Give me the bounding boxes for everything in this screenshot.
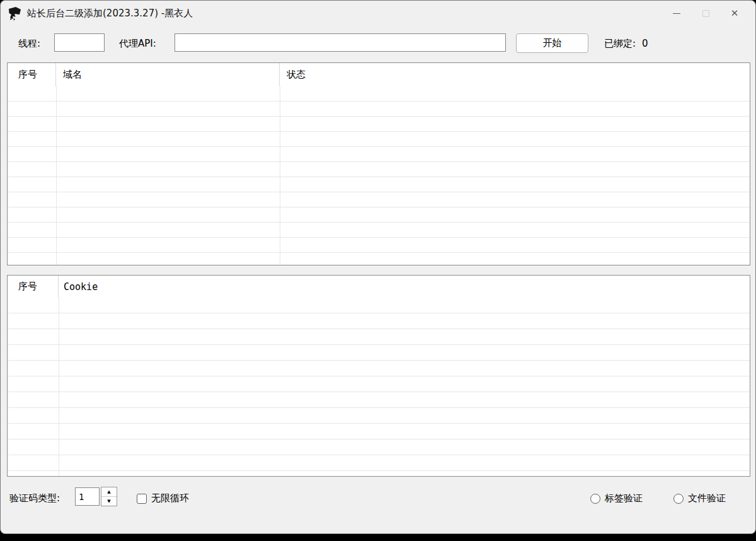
spinner-down-button[interactable]: ▼ (101, 497, 117, 506)
infinite-loop-checkbox[interactable]: 无限循环 (137, 492, 189, 504)
start-button[interactable]: 开始 (516, 33, 588, 53)
bound-status: 已绑定:0 (604, 38, 648, 49)
close-button[interactable]: ✕ (720, 1, 749, 26)
tag-verify-label: 标签验证 (605, 492, 643, 504)
bound-label: 已绑定: (604, 38, 636, 49)
minimize-icon (673, 13, 680, 14)
maximize-button[interactable] (691, 1, 720, 26)
captcha-type-input[interactable] (75, 487, 100, 506)
titlebar: 站长后台二级添加(2023.3.27) -黑衣人 ✕ (1, 1, 755, 26)
captcha-type-stepper: ▲ ▼ (101, 487, 117, 506)
cookie-table-header: 序号 Cookie (8, 276, 750, 298)
window-controls: ✕ (662, 1, 749, 26)
radio-icon (673, 494, 684, 504)
grid-vline (59, 298, 59, 476)
domain-table-header-index[interactable]: 序号 (8, 63, 56, 86)
tag-verify-radio[interactable]: 标签验证 (590, 492, 643, 504)
radio-icon (590, 494, 600, 504)
app-icon (7, 6, 22, 21)
spinner-up-button[interactable]: ▲ (101, 487, 117, 497)
grid-vline (56, 86, 57, 265)
cookie-table-header-index[interactable]: 序号 (8, 276, 59, 298)
grid-vline (280, 86, 280, 265)
domain-table-header-status[interactable]: 状态 (280, 63, 750, 86)
proxy-api-label: 代理API: (119, 38, 156, 49)
infinite-loop-label: 无限循环 (151, 492, 189, 504)
proxy-api-input[interactable] (175, 33, 506, 52)
checkbox-icon (137, 494, 147, 504)
app-window: 站长后台二级添加(2023.3.27) -黑衣人 ✕ 线程: 代理API: 开始… (0, 0, 756, 534)
cookie-table-header-cookie[interactable]: Cookie (59, 276, 750, 298)
domain-table-header-domain[interactable]: 域名 (56, 63, 280, 86)
file-verify-label: 文件验证 (688, 492, 726, 504)
thread-input[interactable] (54, 33, 105, 52)
cookie-table-rows (8, 298, 750, 476)
bound-count: 0 (642, 38, 648, 49)
minimize-button[interactable] (662, 1, 691, 26)
window-title: 站长后台二级添加(2023.3.27) -黑衣人 (27, 8, 193, 20)
domain-table: 序号 域名 状态 (7, 62, 750, 265)
captcha-type-label: 验证码类型: (9, 493, 60, 503)
maximize-icon (702, 10, 709, 17)
thread-label: 线程: (18, 38, 40, 49)
cookie-table: 序号 Cookie (7, 275, 750, 477)
domain-table-header: 序号 域名 状态 (8, 63, 750, 86)
close-icon: ✕ (731, 9, 739, 18)
file-verify-radio[interactable]: 文件验证 (673, 492, 726, 504)
domain-table-rows (8, 86, 750, 265)
